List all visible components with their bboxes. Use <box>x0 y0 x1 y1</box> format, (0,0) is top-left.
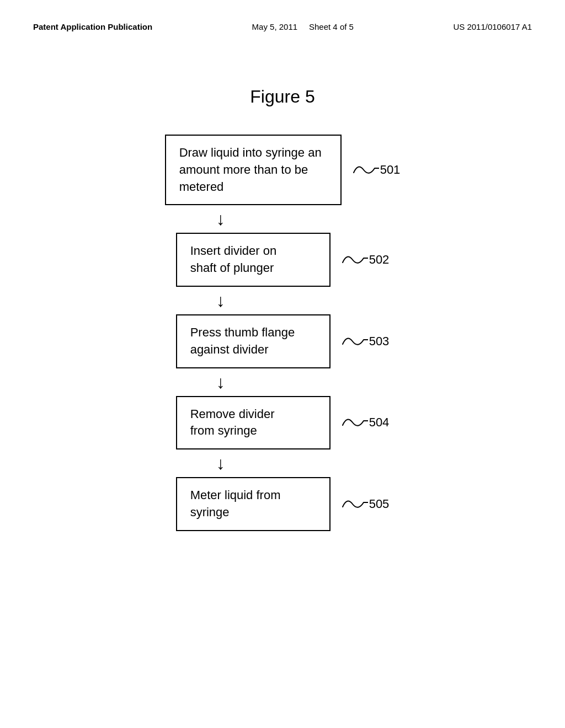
step-reference-503: 503 <box>342 333 390 350</box>
header-patent-number: US 2011/0106017 A1 <box>453 22 532 31</box>
header-sheet: Sheet 4 of 5 <box>309 22 354 31</box>
step-label-503: Press thumb flangeagainst divider <box>190 325 295 356</box>
step-number-503: 503 <box>369 334 390 349</box>
step-reference-501: 501 <box>353 162 401 178</box>
step-box-505: Meter liquid fromsyringe <box>176 477 331 531</box>
flow-step-503: Press thumb flangeagainst divider 503 <box>176 314 390 368</box>
flow-step-502: Insert divider onshaft of plunger 502 <box>176 233 390 287</box>
arrow-symbol-2: ↓ <box>216 292 225 309</box>
arrow-symbol-1: ↓ <box>216 210 225 228</box>
step-box-502: Insert divider onshaft of plunger <box>176 233 331 287</box>
step-reference-505: 505 <box>342 496 390 512</box>
arrow-symbol-4: ↓ <box>216 454 225 472</box>
arrow-1: ↓ <box>194 205 371 233</box>
callout-line-505 <box>342 496 369 512</box>
arrow-4: ↓ <box>194 449 371 477</box>
page-header: Patent Application Publication May 5, 20… <box>0 0 565 42</box>
step-number-502: 502 <box>369 253 390 267</box>
header-date-sheet: May 5, 2011 Sheet 4 of 5 <box>252 22 354 31</box>
step-label-504: Remove dividerfrom syringe <box>190 407 275 438</box>
step-label-505: Meter liquid fromsyringe <box>190 488 281 519</box>
flowchart: Draw liquid into syringe anamount more t… <box>0 135 565 531</box>
header-date: May 5, 2011 <box>252 22 298 31</box>
step-box-504: Remove dividerfrom syringe <box>176 396 331 450</box>
step-label-501: Draw liquid into syringe anamount more t… <box>179 146 322 194</box>
flow-step-504: Remove dividerfrom syringe 504 <box>176 396 390 450</box>
header-publication-label: Patent Application Publication <box>33 22 152 31</box>
callout-line-502 <box>342 251 369 268</box>
step-box-503: Press thumb flangeagainst divider <box>176 314 331 368</box>
callout-line-503 <box>342 333 369 350</box>
step-label-502: Insert divider onshaft of plunger <box>190 244 277 275</box>
flow-step-505: Meter liquid fromsyringe 505 <box>176 477 390 531</box>
step-box-501: Draw liquid into syringe anamount more t… <box>165 135 342 205</box>
callout-line-504 <box>342 414 369 431</box>
arrow-2: ↓ <box>194 287 371 314</box>
callout-line-501 <box>353 162 380 178</box>
step-number-504: 504 <box>369 415 390 430</box>
step-number-505: 505 <box>369 497 390 511</box>
flow-step-501: Draw liquid into syringe anamount more t… <box>165 135 401 205</box>
arrow-3: ↓ <box>194 368 371 396</box>
step-reference-502: 502 <box>342 251 390 268</box>
figure-title: Figure 5 <box>0 87 565 107</box>
step-number-501: 501 <box>380 163 401 177</box>
step-reference-504: 504 <box>342 414 390 431</box>
arrow-symbol-3: ↓ <box>216 373 225 391</box>
